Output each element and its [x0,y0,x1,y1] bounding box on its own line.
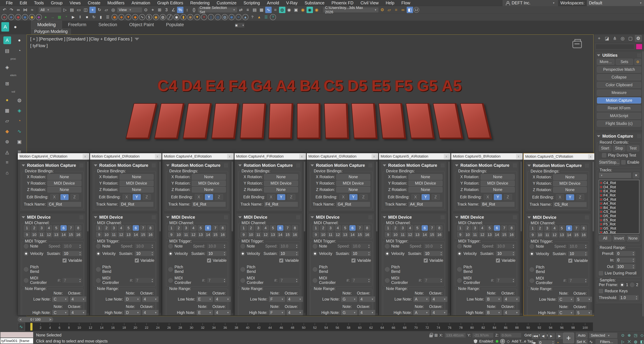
workspace-dropdown[interactable]: Default ▼ [587,0,644,6]
midi-channel-button[interactable]: 15 [284,232,291,237]
dialog-scrollbar[interactable] [520,162,522,313]
midi-channel-button[interactable]: 16 [581,232,587,238]
midi-channel-button[interactable]: 1 [530,225,536,231]
forest-icon[interactable]: ▲ [256,14,262,20]
low-octave-select[interactable]: 5 [576,297,592,302]
phoenix-help-icon[interactable]: ? [249,14,255,20]
track-list-item[interactable]: F5_Rot [600,222,638,226]
midi-channel-button[interactable]: 11 [111,232,117,237]
close-icon[interactable]: x [372,154,376,159]
midi-channel-button[interactable]: 13 [198,232,204,237]
sim-sphere-icon[interactable]: ● [43,14,49,20]
midi-channel-button[interactable]: 3 [472,225,478,231]
track-bar[interactable]: 0246810121416182022242628303234363840424… [25,323,593,331]
menu-item[interactable]: Civil View [357,0,382,5]
selection-lock-icon[interactable] [429,335,433,337]
wave-icon[interactable]: ∿ [16,127,23,135]
low-note-select[interactable]: F [269,296,285,302]
edit-binding-z-button[interactable]: Z [504,194,512,200]
midi-channel-button[interactable]: 7 [284,225,291,231]
mini-curve-editor-icon[interactable]: ∿ [18,323,24,331]
utility-button[interactable]: Reset XForm [597,105,641,111]
rollout-header[interactable]: Rotation Motion Capture [166,162,228,169]
high-note-select[interactable]: C [558,310,574,315]
x-rotation-binding-button[interactable]: None [120,174,154,180]
velocity-radio[interactable] [530,252,534,256]
dialog-title-bar[interactable]: Motion Capture\4_F\Rotation x [234,153,306,160]
midi-channel-button[interactable]: 7 [573,225,579,231]
drag-grip-icon[interactable] [224,215,228,219]
low-note-select[interactable]: E [196,296,213,302]
midi-channel-button[interactable]: 4 [407,225,413,231]
midi-channel-button[interactable]: 2 [320,225,326,231]
pitch-bend-radio[interactable] [168,267,173,272]
midi-channel-button[interactable]: 9 [96,232,102,237]
frame-nudge-icon[interactable]: ◀▶ [532,341,536,344]
plane-icon[interactable]: ▱ [3,117,11,125]
edit-binding-z-button[interactable]: Z [576,194,584,200]
preset-firegrid-icon[interactable]: ◈ [118,14,124,20]
render-frame-icon[interactable]: ▣ [293,7,299,13]
prism-icon[interactable]: ◬ [3,148,11,156]
hierarchy-tab-icon[interactable]: ⋔ [612,35,618,42]
midi-channel-button[interactable]: 3 [400,225,406,231]
midi-channel-button[interactable]: 16 [75,232,81,237]
drag-grip-icon[interactable] [513,215,517,219]
midi-controller-radio[interactable] [168,278,173,283]
midi-channel-button[interactable]: 10 [176,232,182,237]
snap-toggle-icon[interactable]: 3 [163,7,170,13]
dialog-title-bar[interactable]: Motion Capture\5_B\Rotation x [451,153,523,160]
note-key-box[interactable] [297,103,321,139]
midi-channel-button[interactable]: 4 [335,225,341,231]
track-name-field[interactable]: D4_Rot [120,202,154,207]
high-note-select[interactable]: D [124,310,141,315]
tag-count-badge[interactable]: 0 [500,339,505,344]
drag-grip-icon[interactable] [368,215,372,219]
pitch-bend-radio[interactable] [457,267,462,272]
midi-channel-button[interactable]: 12 [335,232,341,237]
controller-number-spinner[interactable]: 7 [207,278,226,283]
track-list-item[interactable]: G4_Rot [600,197,638,202]
preset-fountain-icon[interactable]: ◉ [228,14,235,20]
low-note-select[interactable]: G [341,296,358,302]
rollout-header[interactable]: Rotation Motion Capture [238,162,300,169]
midi-channel-button[interactable]: 4 [479,225,486,231]
sim-grid-icon[interactable]: ▦ [56,14,62,20]
midi-channel-button[interactable]: 4 [118,225,124,231]
z-rotation-binding-button[interactable]: None [264,187,298,192]
midi-channel-button[interactable]: 11 [183,232,189,237]
dialog-title-bar[interactable]: Motion Capture\4_G\Rotation x [307,153,378,160]
dialog-scrollbar[interactable] [592,162,594,313]
high-octave-select[interactable]: 4 [503,310,520,315]
sustain-spinner[interactable]: 10 [134,251,154,256]
x-rotation-binding-button[interactable]: None [192,174,226,180]
menu-item[interactable]: Flow [398,0,414,5]
next-frame-arrow-icon[interactable]: > [49,318,51,322]
window-icon[interactable]: ▤ [3,47,11,54]
none-button[interactable]: None [627,235,639,242]
z-rotation-binding-button[interactable]: None [481,187,515,192]
high-note-select[interactable]: A [413,310,430,315]
midi-channel-button[interactable]: 3 [255,225,261,231]
rollout-header[interactable]: MIDI Device [528,214,589,221]
track-list-item[interactable]: G5_Rot [600,226,638,231]
low-octave-select[interactable]: 4 [431,296,448,302]
pitch-bend-radio[interactable] [240,267,245,272]
track-list-item[interactable]: E4_Rot [600,189,638,193]
midi-channel-button[interactable]: 16 [364,232,370,237]
preset-jar-icon[interactable]: ▯ [208,14,214,20]
midi-channel-button[interactable]: 6 [205,225,211,231]
rollout-header[interactable]: MIDI Device [166,214,228,221]
use-pivot-center-icon[interactable]: ⊙ [142,7,149,13]
motion-capture-button[interactable]: Motion Capture [597,97,641,103]
enable-checkbox[interactable] [621,160,626,164]
modify-tab-icon[interactable]: ◪ [604,35,610,42]
note-key-box[interactable] [406,103,435,139]
variable-checkbox[interactable] [496,258,500,263]
project-gear-icon[interactable]: ⚙ [379,7,386,13]
midi-channel-button[interactable]: 13 [559,232,565,238]
speed-spinner[interactable]: 10.0 [568,244,588,249]
unlink-icon[interactable]: ⋈ [22,7,28,13]
render-teapot-settings-icon[interactable]: ◉ [300,7,306,13]
midi-channel-button[interactable]: 16 [220,232,226,237]
